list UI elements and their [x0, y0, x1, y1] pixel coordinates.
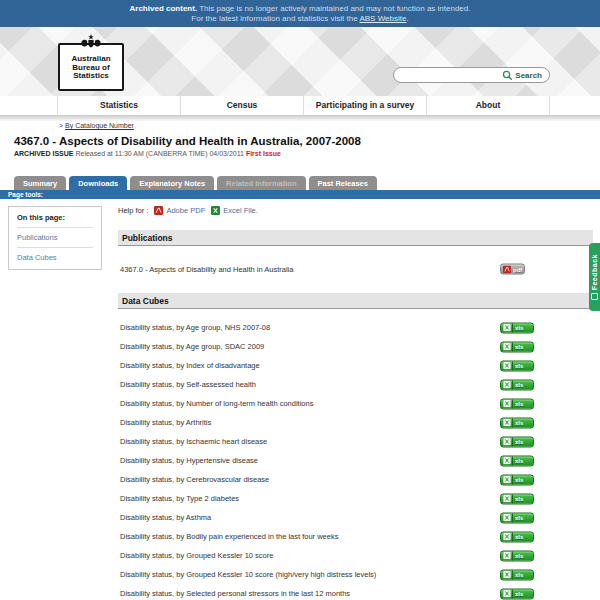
button-divider: [512, 380, 513, 389]
site-header: Australian Bureau of Statistics Search: [0, 27, 600, 96]
data-cube-row: Disability status, by Cerebrovascular di…: [118, 470, 593, 489]
xls-download-button[interactable]: xls: [500, 341, 534, 352]
data-cube-row: Disability status, by Grouped Kessler 10…: [118, 546, 593, 565]
tab[interactable]: Past Releases: [309, 176, 377, 191]
button-divider: [512, 513, 513, 522]
publications-section-heading: Publications: [118, 230, 593, 246]
button-divider: [512, 456, 513, 465]
search-box[interactable]: Search: [393, 67, 550, 83]
on-this-page-title: On this page:: [17, 213, 93, 227]
nav-item-statistics[interactable]: Statistics: [57, 96, 180, 115]
xls-download-button[interactable]: xls: [500, 455, 534, 466]
excel-file-help-link[interactable]: Excel File.: [223, 206, 258, 215]
data-cube-row: Disability status, by Grouped Kessler 10…: [118, 565, 593, 584]
xls-download-button[interactable]: xls: [500, 398, 534, 409]
xls-button-label: xls: [515, 591, 523, 597]
feedback-tab[interactable]: Feedback: [589, 243, 600, 311]
excel-icon: [503, 457, 511, 465]
data-cube-title: Disability status, by Ischaemic heart di…: [118, 437, 267, 446]
breadcrumb-link-catalogue-number[interactable]: By Catalogue Number: [65, 122, 134, 129]
data-cube-title: Disability status, by Bodily pain experi…: [118, 532, 338, 541]
xls-button-label: xls: [515, 477, 523, 483]
xls-download-button[interactable]: xls: [500, 588, 534, 599]
excel-icon: [503, 362, 511, 370]
tab-bar: Summary Downloads Explanatory Notes Rela…: [14, 176, 377, 191]
abs-website-link[interactable]: ABS Website: [359, 14, 406, 23]
data-cube-title: Disability status, by Self-assessed heal…: [118, 380, 256, 389]
data-cube-title: Disability status, by Hypertensive disea…: [118, 456, 258, 465]
breadcrumb-separator: >: [59, 122, 63, 129]
sidebar-link[interactable]: Data Cubes: [17, 247, 93, 267]
publication-title: 4367.0 - Aspects of Disability and Healt…: [118, 265, 293, 274]
release-meta: ARCHIVED ISSUE Released at 11:30 AM (CAN…: [14, 150, 281, 157]
search-button-label[interactable]: Search: [515, 71, 542, 80]
publication-row: 4367.0 - Aspects of Disability and Healt…: [118, 258, 593, 280]
data-cube-row: Disability status, by Bodily pain experi…: [118, 527, 593, 546]
pdf-icon: [503, 265, 511, 273]
page-tools-bar: Page tools:: [0, 190, 600, 199]
breadcrumb: > By Catalogue Number: [59, 122, 134, 129]
xls-button-label: xls: [515, 439, 523, 445]
archived-issue-label: ARCHIVED ISSUE: [14, 150, 74, 157]
xls-download-button[interactable]: xls: [500, 569, 534, 580]
data-cube-title: Disability status, by Selected personal …: [118, 589, 350, 598]
tab[interactable]: Related Information: [217, 176, 305, 191]
abs-logo[interactable]: Australian Bureau of Statistics: [58, 43, 124, 91]
xls-download-button[interactable]: xls: [500, 322, 534, 333]
help-for-label: Help for :: [118, 206, 148, 215]
excel-icon: [503, 381, 511, 389]
xls-button-label: xls: [515, 458, 523, 464]
nav-item-census[interactable]: Census: [180, 96, 303, 115]
button-divider: [512, 399, 513, 408]
sidebar-link[interactable]: Publications: [17, 227, 93, 247]
abs-logo-text: Australian Bureau of Statistics: [71, 55, 110, 81]
data-cube-row: Disability status, by Selected personal …: [118, 584, 593, 600]
nav-item-participating[interactable]: Participating in a survey: [303, 96, 426, 115]
xls-download-button[interactable]: xls: [500, 417, 534, 428]
data-cube-title: Disability status, by Asthma: [118, 513, 211, 522]
data-cube-title: Disability status, by Grouped Kessler 10…: [118, 551, 273, 560]
xls-download-button[interactable]: xls: [500, 474, 534, 485]
search-icon[interactable]: [502, 70, 513, 81]
nav-spacer-right: [549, 96, 600, 115]
excel-icon: [503, 552, 511, 560]
xls-download-button[interactable]: xls: [500, 512, 534, 523]
button-divider: [512, 437, 513, 446]
xls-button-label: xls: [515, 382, 523, 388]
adobe-pdf-help-link[interactable]: Adobe PDF: [166, 206, 205, 215]
xls-button-label: xls: [515, 496, 523, 502]
xls-button-label: xls: [515, 572, 523, 578]
data-cube-row: Disability status, by Asthma xls: [118, 508, 593, 527]
sidebar-links: Publications Data Cubes: [17, 227, 93, 267]
excel-icon: [503, 476, 511, 484]
data-cube-row: Disability status, by Age group, NHS 200…: [118, 318, 593, 337]
data-cube-row: Disability status, by Age group, SDAC 20…: [118, 337, 593, 356]
xls-download-button[interactable]: xls: [500, 550, 534, 561]
xls-download-button[interactable]: xls: [500, 379, 534, 390]
nav-spacer-left: [0, 96, 57, 115]
data-cube-row: Disability status, by Type 2 diabetes xl…: [118, 489, 593, 508]
data-cube-row: Disability status, by Arthritis xls: [118, 413, 593, 432]
nav-item-about[interactable]: About: [426, 96, 549, 115]
pdf-button-label: pdf: [513, 266, 522, 272]
tab[interactable]: Summary: [14, 176, 66, 191]
xls-download-button[interactable]: xls: [500, 360, 534, 371]
data-cube-row: Disability status, by Index of disadvant…: [118, 356, 593, 375]
tab[interactable]: Explanatory Notes: [130, 176, 214, 191]
tab[interactable]: Downloads: [69, 176, 127, 191]
excel-icon: [503, 400, 511, 408]
button-divider: [512, 494, 513, 503]
data-cube-row: Disability status, by Hypertensive disea…: [118, 451, 593, 470]
xls-button-label: xls: [515, 325, 523, 331]
xls-download-button[interactable]: xls: [500, 531, 534, 542]
button-divider: [512, 570, 513, 579]
excel-icon: [211, 206, 220, 215]
archived-banner-line1: Archived content. This page is no longer…: [0, 4, 600, 14]
main-nav: Statistics Census Participating in a sur…: [0, 96, 600, 115]
nav-divider: [0, 115, 600, 121]
main-content: Help for : Adobe PDF Excel File. Publica…: [118, 203, 593, 600]
xls-download-button[interactable]: xls: [500, 436, 534, 447]
released-text: Released at 11:30 AM (CANBERRA TIME) 04/…: [74, 150, 246, 157]
xls-download-button[interactable]: xls: [500, 493, 534, 504]
pdf-download-button[interactable]: pdf: [500, 264, 525, 275]
